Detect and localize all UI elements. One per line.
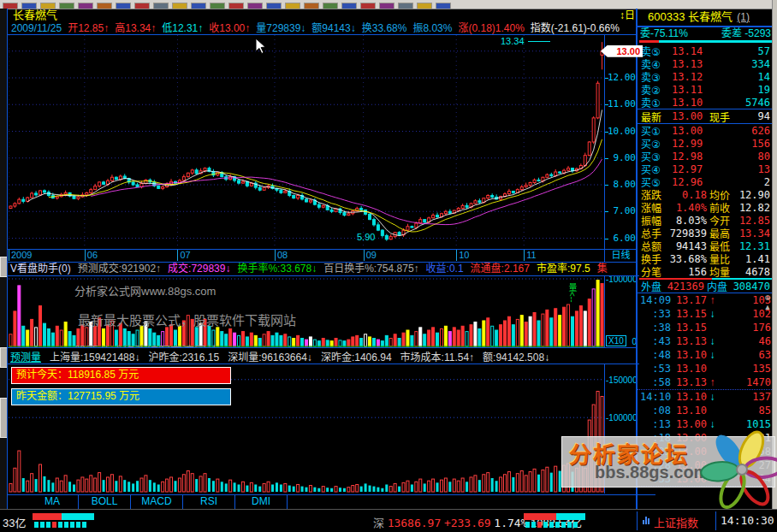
title-row: 长春燃气 ↕日 xyxy=(8,9,637,22)
toolbar-icon-sliver[interactable] xyxy=(266,3,282,9)
tick-row[interactable]: :0813.1085 xyxy=(638,404,774,417)
period-corner[interactable]: ↕日 xyxy=(620,9,635,22)
clock: 14:10:30 xyxy=(721,514,774,527)
toolbar-icon-sliver[interactable] xyxy=(304,3,319,9)
toolbar-icon-sliver[interactable] xyxy=(247,3,263,9)
price-tick-mark xyxy=(605,185,608,186)
info-segment: 高13.34↑ xyxy=(115,22,156,34)
flower-logo xyxy=(699,427,777,512)
forecast-row: 预测量 上海量:159421488↓沪昨金:2316.15深圳量:9616366… xyxy=(8,348,639,364)
toolbar-icon-sliver[interactable] xyxy=(172,3,187,9)
info-segment: 开12.85↑ xyxy=(68,22,109,34)
sell-row: 卖②13.1119 xyxy=(638,83,774,96)
tab-boll[interactable]: BOLL xyxy=(79,495,131,509)
indicator-item: 成交:729839↓ xyxy=(168,263,230,275)
tick-row[interactable]: :4313.13↓46 xyxy=(638,334,774,348)
tick-time: :38 xyxy=(640,322,671,334)
quote-header[interactable]: 600333 长春燃气 (1) xyxy=(638,9,774,27)
chart-column: 长春燃气 ↕日 2009/11/25开12.85↑高13.34↑低12.31↑收… xyxy=(7,9,637,509)
toolbar-icon-sliver[interactable] xyxy=(21,3,37,9)
stat-row: 分笔156均量4678 xyxy=(638,265,774,278)
toolbar-icon-sliver[interactable] xyxy=(417,3,432,9)
tick-price: 13.15 xyxy=(671,322,707,334)
toolbar-icon-sliver[interactable] xyxy=(78,3,93,9)
tick-row[interactable]: 14:1013.10↓137 xyxy=(638,390,774,404)
tick-row[interactable]: :4813.10↓63 xyxy=(638,348,774,362)
toolbar-icon-sliver[interactable] xyxy=(436,3,451,9)
sz-index-pct: 1.74% xyxy=(494,517,527,529)
market-volume-pane[interactable]: -150000-100000 预计今天：118916.85 万元 昨天金额：12… xyxy=(8,364,637,494)
forecast-item: 沪昨金:2316.15 xyxy=(148,349,219,364)
price-tick-mark xyxy=(605,239,608,239)
forum-watermark-overlay: 分析家论坛 bbs.88gs.com xyxy=(561,436,775,488)
toolbar-icon-sliver[interactable] xyxy=(210,3,225,9)
outer-volume: 421369 xyxy=(667,281,704,293)
buy-row: 买③12.9880 xyxy=(638,150,774,163)
indicator-title[interactable]: V看盘助手(0) xyxy=(10,263,71,275)
toolbar-icon-sliver[interactable] xyxy=(3,3,18,9)
forum-url: bbs.88gs.com xyxy=(595,463,709,482)
tab-row-filler xyxy=(288,495,655,509)
tick-direction-icon: ↑ xyxy=(707,294,718,306)
tick-volume: 46 xyxy=(718,335,771,347)
tick-time: :53 xyxy=(640,363,671,375)
period-box[interactable]: 日线 xyxy=(604,249,637,262)
main-candlestick-pane[interactable]: 13.0012.0011.0010.009.008.007.006.00 13.… xyxy=(8,34,637,250)
tab-dmi[interactable]: DMI xyxy=(235,495,288,509)
info-segment: 振8.03% xyxy=(412,22,452,34)
date-tick-label: 09 xyxy=(364,250,377,261)
buy-row: 买②12.99156 xyxy=(638,137,774,150)
toolbar-icon-sliver[interactable] xyxy=(116,3,131,9)
toolbar-icon-sliver[interactable] xyxy=(323,3,338,9)
tick-row[interactable]: :3313.15↓102 xyxy=(638,307,774,321)
level-volume: 13 xyxy=(709,163,770,175)
tick-time: :58 xyxy=(640,376,671,388)
page-indicator[interactable]: (1) xyxy=(737,11,750,23)
toolbar-icon-sliver[interactable] xyxy=(153,3,169,9)
candlestick-chart[interactable] xyxy=(9,35,604,249)
toolbar-icon-sliver[interactable] xyxy=(59,3,74,9)
stat-value: 729839 xyxy=(668,228,707,239)
date-tick-label: 10 xyxy=(456,250,469,261)
toolbar-icon-sliver[interactable] xyxy=(398,3,413,9)
stat-value: 12.31 xyxy=(737,240,770,252)
current-index-label[interactable]: 上证指数 xyxy=(654,514,698,530)
toolbar-icon-sliver[interactable] xyxy=(40,3,56,9)
toolbar-icon-sliver[interactable] xyxy=(285,3,300,9)
buy-row: 买④12.9713 xyxy=(638,163,774,175)
tab-macd[interactable]: MACD xyxy=(131,495,183,509)
toolbar-icon-sliver[interactable] xyxy=(97,3,112,9)
tick-row[interactable]: 14:0913.17↑103 xyxy=(638,293,774,307)
stat-value: 1.40% xyxy=(668,202,707,214)
toolbar-icon-sliver[interactable] xyxy=(228,3,244,9)
toolbar-icon-sliver[interactable] xyxy=(360,3,376,9)
inner-volume: 308470 xyxy=(733,281,770,293)
toolbar-icon-sliver[interactable] xyxy=(134,3,150,9)
tick-price: 13.15 xyxy=(671,308,707,320)
toolbar-icon-sliver[interactable] xyxy=(191,3,206,9)
weibi-row: 委-75.11% 委差 -5293 xyxy=(638,27,774,39)
tick-row[interactable]: :3813.15176 xyxy=(638,321,774,334)
info-segment: 额94143↓ xyxy=(311,22,355,34)
date-tick-label: 08 xyxy=(275,250,288,261)
level-price: 13.11 xyxy=(672,84,709,96)
tick-direction-icon: ↓ xyxy=(707,335,718,347)
level-price: 13.12 xyxy=(672,71,709,83)
period-short-label[interactable]: 日 xyxy=(625,9,635,21)
info-segment: 换33.68% xyxy=(362,22,407,34)
tick-row[interactable]: :5313.10135 xyxy=(638,362,774,375)
indicator-item: 市盈率:97.5 xyxy=(537,263,590,275)
forecast-label-link[interactable]: 预测量 xyxy=(10,349,41,364)
tab-ma[interactable]: MA xyxy=(27,495,79,509)
sell-row: 卖①13.105746 xyxy=(638,96,774,109)
tick-row[interactable]: :5813.13↑1470 xyxy=(638,375,774,390)
level-volume: 2 xyxy=(709,176,770,188)
stat-row: 总手729839最高13.34 xyxy=(638,227,774,239)
volume-pane[interactable]: 分析家公式网www.88gs.com 最新最大股票公式，股票软件下载网站 股票公… xyxy=(8,276,637,348)
tick-time: 14:09 xyxy=(640,294,671,306)
stock-title: 长春燃气 xyxy=(8,9,57,21)
price-tick-label: 8.00 xyxy=(614,180,637,189)
tab-rsi[interactable]: RSI xyxy=(183,495,235,509)
toolbar-icon-sliver[interactable] xyxy=(379,3,394,9)
toolbar-icon-sliver[interactable] xyxy=(341,3,357,9)
